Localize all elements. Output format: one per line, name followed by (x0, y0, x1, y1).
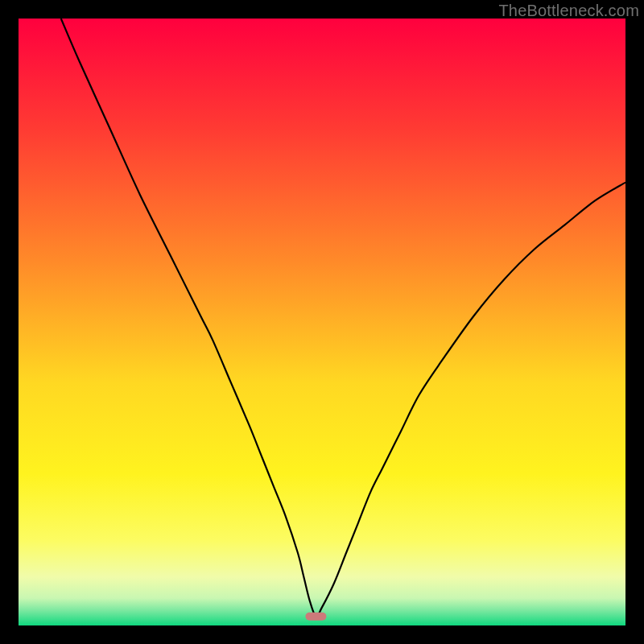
marker-pill (305, 613, 326, 621)
gradient-background (19, 19, 625, 625)
plot-area (19, 19, 625, 625)
chart-frame: TheBottleneck.com (0, 0, 644, 644)
watermark-text: TheBottleneck.com (498, 2, 639, 20)
chart-svg (19, 19, 625, 625)
